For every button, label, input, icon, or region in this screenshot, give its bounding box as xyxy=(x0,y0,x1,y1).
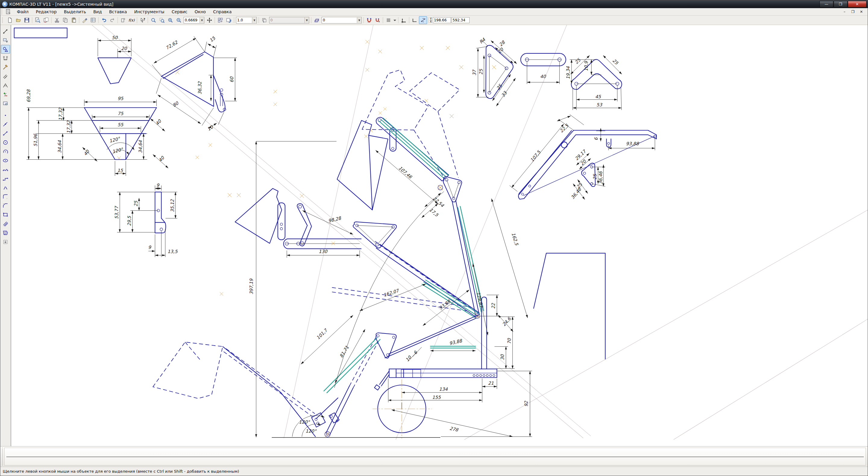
part-triangle-plate-view[interactable]: R4 28 20 37 25 25 33 xyxy=(11,25,517,106)
local-csys-button[interactable] xyxy=(400,16,408,24)
zoom-area-button[interactable] xyxy=(149,16,157,24)
layers-combo[interactable]: ▼ xyxy=(321,17,362,24)
page-layout-button[interactable] xyxy=(42,16,50,24)
step-combo-arrow-icon[interactable]: ▼ xyxy=(252,18,256,23)
fillet-tool-button[interactable] xyxy=(1,192,10,201)
zoom-scale-button[interactable] xyxy=(175,16,183,24)
menu-select[interactable]: Выделить xyxy=(60,8,90,15)
step-input[interactable] xyxy=(236,18,252,23)
menu-tools[interactable]: Инструменты xyxy=(130,8,168,15)
line-tool-button[interactable] xyxy=(1,120,10,129)
bucket-mid-position[interactable] xyxy=(195,156,285,244)
part-bent-arm-view[interactable]: 22,5 107,5 6 93,88 xyxy=(364,99,656,199)
part-v-lever-view[interactable]: 25 25 10,9 19,34 45 53 xyxy=(459,56,622,110)
bucket-ground-position[interactable] xyxy=(153,342,315,437)
menu-service[interactable]: Сервис xyxy=(168,8,191,15)
collapse-panel-button[interactable] xyxy=(1,237,10,246)
upper-arm[interactable] xyxy=(376,117,449,181)
snaps-toggle-button[interactable] xyxy=(419,16,427,24)
grid-dropdown-arrow[interactable] xyxy=(393,16,397,24)
zoom-scale-combo[interactable]: ▼ xyxy=(184,17,204,24)
ellipse-tool-button[interactable] xyxy=(1,156,10,165)
print-preview-button[interactable] xyxy=(33,16,41,24)
save-button[interactable] xyxy=(23,16,31,24)
rebuild-view-button[interactable] xyxy=(216,16,224,24)
viewport-panel-button[interactable] xyxy=(1,99,10,108)
menu-insert[interactable]: Вставка xyxy=(105,8,130,15)
part-bucket-section-view[interactable]: 50 20 xyxy=(98,35,131,84)
lift-arm-mid[interactable] xyxy=(228,193,361,249)
menu-editor[interactable]: Редактор xyxy=(32,8,60,15)
close-button[interactable]: ✕ xyxy=(848,1,867,7)
layers-button[interactable] xyxy=(313,16,321,24)
ortho-drawing-button[interactable] xyxy=(410,16,418,24)
plus-minus-panel-button[interactable] xyxy=(1,90,10,99)
menu-view[interactable]: Вид xyxy=(90,8,105,15)
refresh-image-button[interactable] xyxy=(224,16,233,24)
restore-button[interactable]: ❐ xyxy=(834,1,847,7)
bezier-tool-button[interactable] xyxy=(1,183,10,192)
layers-arrow-icon[interactable]: ▼ xyxy=(357,18,361,23)
redo-button[interactable] xyxy=(108,16,116,24)
coord-y-field[interactable]: 592.34 xyxy=(452,17,470,23)
measure-tool-button[interactable] xyxy=(1,27,10,36)
arc-tool-button[interactable] xyxy=(1,147,10,156)
properties-brush-button[interactable] xyxy=(81,16,89,24)
fx-variables-button[interactable]: f(x) xyxy=(127,16,135,24)
spreadsheet-button[interactable] xyxy=(89,16,97,24)
snap-settings-button[interactable] xyxy=(365,16,373,24)
layers-input[interactable] xyxy=(322,18,357,23)
spline-tool-button[interactable] xyxy=(1,165,10,174)
bucket-raised-position[interactable] xyxy=(337,121,388,210)
zoom-combo-arrow-icon[interactable]: ▼ xyxy=(199,18,204,23)
hatch-tool-button[interactable] xyxy=(1,228,10,237)
point-tool-button[interactable] xyxy=(1,111,10,120)
property-bar-grip[interactable] xyxy=(2,448,3,466)
drawing-canvas[interactable]: 50 20 xyxy=(11,25,868,446)
paste-button[interactable] xyxy=(70,16,78,24)
multiline-tool-button[interactable] xyxy=(1,219,10,228)
document-icon[interactable] xyxy=(5,9,11,14)
assembly-scheme[interactable]: 107,46 22,54 17,5 98,28 130 397,19 162,5… xyxy=(153,70,605,439)
new-document-button[interactable] xyxy=(6,16,14,24)
part-bracket-strip-view[interactable]: 9 53,77 25 29,5 35,12 9 13,5 xyxy=(114,156,178,257)
part-side-plate-view[interactable]: 72,62 15 36,32 60 80 10 xyxy=(152,35,237,132)
lower-linkage[interactable] xyxy=(220,292,380,437)
mdi-minimize-button[interactable]: – xyxy=(841,9,848,14)
mdi-restore-button[interactable]: ❐ xyxy=(849,9,856,14)
v-link-mid[interactable] xyxy=(209,144,311,246)
zoom-in-out-button[interactable] xyxy=(166,16,174,24)
editing-panel-button[interactable] xyxy=(1,63,10,72)
mdi-close-button[interactable]: ✕ xyxy=(858,9,865,14)
parametrization-panel-button[interactable] xyxy=(1,72,10,81)
step-combo[interactable]: ▼ xyxy=(236,17,257,24)
coord-x-field[interactable]: 198.66 xyxy=(433,17,451,23)
segment-tool-button[interactable] xyxy=(1,129,10,138)
menu-window[interactable]: Окно xyxy=(191,8,210,15)
dashed-bucket-top[interactable] xyxy=(362,70,428,130)
rectangle-tool-button[interactable] xyxy=(1,210,10,219)
context-help-button[interactable]: ? xyxy=(138,16,147,24)
local-snap-button[interactable] xyxy=(373,16,381,24)
minimize-button[interactable]: — xyxy=(819,1,833,7)
cab-outline[interactable] xyxy=(534,253,606,359)
drawing-svg[interactable]: 50 20 xyxy=(11,25,868,446)
property-bar-area[interactable] xyxy=(4,448,866,466)
part-bucket-front-view[interactable]: 95 75 55 69,28 17,32 17,32 51,96 34,64 3… xyxy=(26,89,168,176)
boom-mid[interactable] xyxy=(332,241,480,318)
polyline-tool-button[interactable] xyxy=(1,174,10,183)
part-link-plate-view[interactable]: 40 xyxy=(420,46,566,84)
triangle-plate-mid[interactable] xyxy=(300,194,396,248)
insert-fragment-button[interactable] xyxy=(119,16,127,24)
copy-button[interactable] xyxy=(61,16,69,24)
open-document-button[interactable] xyxy=(14,16,22,24)
grid-button[interactable] xyxy=(384,16,393,24)
menu-file[interactable]: Файл xyxy=(13,8,32,15)
menu-help[interactable]: Справка xyxy=(210,8,236,15)
layer-back-button[interactable] xyxy=(260,16,268,24)
dimensions-panel-button[interactable] xyxy=(1,54,10,63)
cut-button[interactable] xyxy=(53,16,61,24)
mast[interactable] xyxy=(475,297,487,369)
sheet-frame-corner[interactable] xyxy=(14,28,67,38)
zoom-selection-button[interactable] xyxy=(158,16,166,24)
